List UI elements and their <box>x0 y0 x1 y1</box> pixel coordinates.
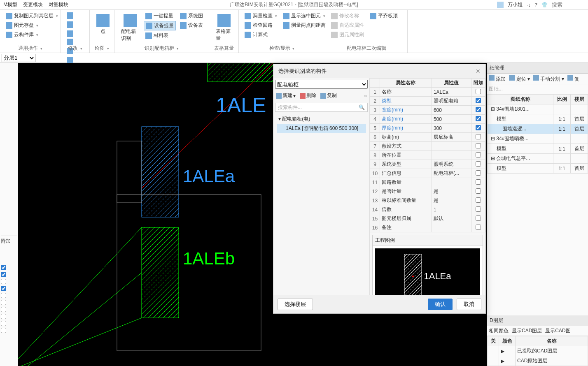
rename: 修改名称 <box>329 12 366 20</box>
delete-button[interactable]: 删除 <box>300 92 316 99</box>
floor-select[interactable]: 分层1 <box>2 54 35 62</box>
same-color[interactable]: 相同颜色 <box>489 327 509 334</box>
copy-to-layers[interactable]: 复制图元到其它层▾ <box>4 12 60 20</box>
search-icon: 🔍 <box>359 104 365 110</box>
svg-rect-4 <box>117 141 142 203</box>
help-icon[interactable]: ? <box>534 2 537 8</box>
drawing-row[interactable]: ⊟ 34#围墙哨楼... <box>488 134 588 144</box>
prop-row[interactable]: 16备注 <box>370 223 485 232</box>
table-calc[interactable]: 表格算量 <box>213 12 234 44</box>
drawing-search[interactable]: 图纸... <box>489 86 503 93</box>
cloud-library[interactable]: 云构件库▾ <box>4 30 60 39</box>
prop-row[interactable]: 12是否计量是 <box>370 187 485 196</box>
show-selected[interactable]: 显示选中图元▾ <box>281 12 327 20</box>
show-cad-layer[interactable]: 显示CAD图层 <box>512 327 542 334</box>
align-slab-top[interactable]: 平齐板顶 <box>368 12 399 20</box>
leak-check[interactable]: 漏量检查▾ <box>243 12 279 20</box>
system-diagram[interactable]: 系统图 <box>178 12 205 20</box>
prop-row[interactable]: 10汇总信息配电箱柜(... <box>370 169 485 178</box>
manual-split[interactable]: 手动分割 ▾ <box>533 75 564 83</box>
close-icon[interactable]: ✕ <box>476 68 481 74</box>
add-drawing[interactable]: 添加 <box>489 75 506 83</box>
modify-a[interactable] <box>65 12 75 20</box>
chk10[interactable] <box>1 328 6 333</box>
one-key-qty[interactable]: 一键提量 <box>144 12 176 20</box>
prop-brush: 图元属性刷 <box>329 30 366 39</box>
more-icon[interactable]: » <box>364 92 367 99</box>
chk1[interactable] <box>1 265 6 270</box>
prop-row[interactable]: 6标高(m)层底标高 <box>370 133 485 142</box>
chk8[interactable] <box>1 314 6 319</box>
group-label: 绘图 ▾ <box>95 45 109 52</box>
user-name: 万小姐 <box>508 1 523 8</box>
tree-item-1alea[interactable]: 1ALEa [照明配电箱 600 500 300] <box>277 124 366 133</box>
drawing-row[interactable]: ⊟ 会城电气总平... <box>488 154 588 164</box>
panel-recognize[interactable]: 配电箱识别 <box>119 12 141 44</box>
device-qty[interactable]: 设备提量 <box>144 21 176 30</box>
check-circuit[interactable]: 检查回路 <box>243 21 279 30</box>
prop-row[interactable]: 4高度(mm)500 <box>370 115 485 124</box>
legend-text: 1ALEa <box>424 271 451 282</box>
prop-row[interactable]: 2类型照明配电箱 <box>370 97 485 106</box>
drawing-row[interactable]: ⊟ 34#围墙1801... <box>488 104 588 114</box>
group-label: 识别配电箱柜 ▾ <box>145 45 178 52</box>
chk2[interactable] <box>1 272 6 277</box>
global-search[interactable] <box>552 2 585 8</box>
prop-row[interactable]: 15图元楼层归属默认 <box>370 214 485 223</box>
tree-root[interactable]: ▾ 配电箱柜(电) <box>277 114 366 124</box>
show-cad[interactable]: 显示CAD图 <box>545 327 570 334</box>
prop-row[interactable]: 5厚度(mm)300 <box>370 124 485 133</box>
chk4[interactable] <box>1 286 6 291</box>
modify-b[interactable] <box>65 21 75 29</box>
calc-expr[interactable]: 计算式 <box>243 30 279 39</box>
prop-row[interactable]: 8所在位置 <box>370 151 485 160</box>
svg-line-9 <box>18 227 142 359</box>
prop-row[interactable]: 7敷设方式 <box>370 142 485 151</box>
ok-button[interactable]: 确认 <box>428 299 453 310</box>
headset-icon[interactable]: ♫ <box>527 2 530 8</box>
chk7[interactable] <box>1 307 6 312</box>
measure-dist[interactable]: 测量两点间距离 <box>281 21 327 30</box>
locate-drawing[interactable]: 定位 ▾ <box>509 75 530 83</box>
floor-bar: 分层1 <box>0 53 588 63</box>
prop-row[interactable]: 1名称1ALEa <box>370 88 485 97</box>
copy-button[interactable]: 复制 <box>320 92 337 99</box>
prop-row[interactable]: 14倍数1 <box>370 205 485 214</box>
select-floor-button[interactable]: 选择楼层 <box>278 299 313 310</box>
component-search[interactable]: 搜索构件...🔍 <box>275 103 368 112</box>
save-elements[interactable]: 图元存盘▾ <box>4 21 60 30</box>
copy-drawing[interactable]: 复 <box>567 75 579 83</box>
prop-row[interactable]: 13乘以标准间数量是 <box>370 196 485 205</box>
auto-prop: 自适应属性 <box>329 21 366 30</box>
prop-row[interactable]: 3宽度(mm)600 <box>370 106 485 115</box>
new-button[interactable]: 新建 ▾ <box>276 92 296 99</box>
chk6[interactable] <box>1 300 6 305</box>
drawing-row[interactable]: 模型1:1首层 <box>488 144 588 154</box>
dialog-title: 选择要识别成的构件 <box>278 67 327 75</box>
chk5[interactable] <box>1 293 6 298</box>
drawing-row[interactable]: 模型1:1首层 <box>488 164 588 174</box>
chk3[interactable] <box>1 279 6 284</box>
device-table[interactable]: 设备表 <box>178 21 205 30</box>
drawing-row[interactable]: 模型1:1首层 <box>488 114 588 124</box>
modify-c[interactable] <box>65 30 75 38</box>
draw-point[interactable]: 点 <box>94 12 112 37</box>
chk9[interactable] <box>1 321 6 326</box>
drawing-row[interactable]: 围墙巡逻...1:1首层 <box>488 124 588 134</box>
group-label: 检查/显示 ▾ <box>269 45 295 52</box>
cancel-button[interactable]: 取消 <box>457 299 481 310</box>
layer-row[interactable]: ▶CAD原始图层 <box>488 356 588 366</box>
property-table[interactable]: 属性名称属性值附加 1名称1ALEa2类型照明配电箱3宽度(mm)6004高度(… <box>370 78 485 232</box>
menu-change[interactable]: 变更模块 <box>23 1 43 8</box>
avatar[interactable] <box>497 2 504 8</box>
prop-row[interactable]: 11回路数量 <box>370 178 485 187</box>
shirt-icon[interactable]: 👕 <box>541 2 548 8</box>
menu-model[interactable]: M模型 <box>3 1 17 8</box>
category-select[interactable]: 配电箱柜 <box>275 80 368 89</box>
menu-compare[interactable]: 对量模块 <box>49 1 68 8</box>
drawings-table[interactable]: 图纸名称比例楼层 ⊟ 34#围墙1801...模型1:1首层围墙巡逻...1:1… <box>487 94 588 174</box>
layer-row[interactable]: ▶已提取的CAD图层 <box>488 346 588 356</box>
material-table[interactable]: 材料表 <box>144 31 176 40</box>
svg-text:1ALEa: 1ALEa <box>183 167 235 186</box>
prop-row[interactable]: 9系统类型照明系统 <box>370 160 485 169</box>
